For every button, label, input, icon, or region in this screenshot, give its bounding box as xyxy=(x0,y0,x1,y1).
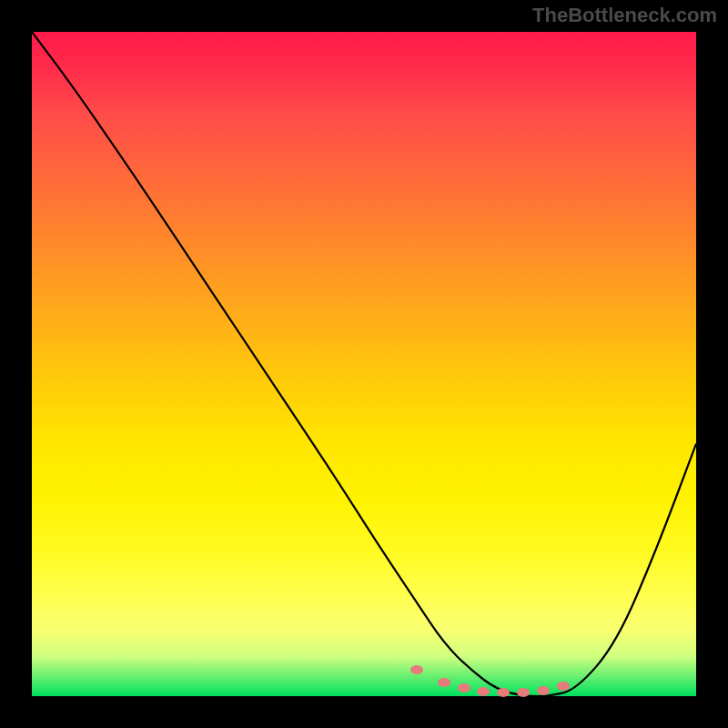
marker-point xyxy=(477,687,490,696)
marker-point xyxy=(410,665,423,674)
marker-layer xyxy=(32,32,696,696)
marker-point xyxy=(438,678,450,687)
marker-point xyxy=(557,682,570,691)
marker-point xyxy=(517,688,530,697)
marker-point xyxy=(537,686,550,695)
watermark-text: TheBottleneck.com xyxy=(532,4,717,27)
marker-point xyxy=(458,683,470,693)
plot-area xyxy=(32,32,696,696)
marker-point xyxy=(497,688,510,697)
